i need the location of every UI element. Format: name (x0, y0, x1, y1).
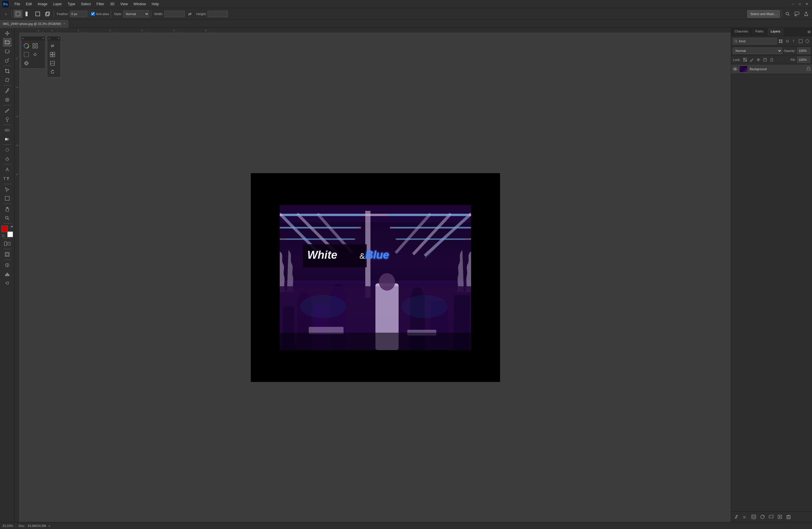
layer-group-button[interactable] (768, 513, 774, 520)
menu-type[interactable]: Type (65, 1, 77, 7)
share-button[interactable] (802, 10, 810, 18)
pen-tool[interactable] (3, 165, 12, 174)
swap-colors-button[interactable]: ⇄ (11, 225, 13, 228)
marquee-tool-options[interactable] (14, 10, 22, 18)
shape-tool[interactable] (3, 194, 12, 203)
color-wheel-btn[interactable] (22, 42, 30, 50)
perspective-crop-tool[interactable] (3, 76, 12, 84)
menu-view[interactable]: View (118, 1, 130, 7)
toolbar-intersect-btn[interactable] (43, 10, 52, 18)
background-layer[interactable]: Background (731, 65, 812, 74)
close-button[interactable]: ✕ (804, 1, 810, 7)
healing-brush-tool[interactable] (3, 96, 12, 104)
filter-shape-icon[interactable] (798, 38, 803, 44)
eraser-tool[interactable] (3, 126, 12, 134)
lock-position-icon[interactable] (755, 57, 761, 63)
menu-3d[interactable]: 3D (107, 1, 117, 7)
maximize-button[interactable]: □ (797, 1, 803, 7)
fill-input[interactable] (797, 57, 810, 63)
compass-button[interactable] (3, 261, 12, 269)
panel-menu-button[interactable] (806, 28, 812, 36)
swap-dimensions-button[interactable]: ⇄ (186, 10, 194, 18)
quick-mask-button[interactable] (3, 239, 12, 248)
screen-mode-button[interactable] (3, 250, 12, 259)
blend-mode-select[interactable]: Normal Dissolve Multiply Screen Overlay (733, 47, 782, 54)
float-grid2-btn[interactable] (48, 51, 57, 59)
histogram-button[interactable] (3, 270, 12, 278)
filter-smart-icon[interactable] (804, 38, 810, 44)
channels-tab[interactable]: Channels (731, 28, 752, 36)
type-tool[interactable]: T T (3, 174, 12, 183)
menu-filter[interactable]: Filter (94, 1, 107, 7)
feather-input[interactable] (70, 11, 87, 17)
layer-adjustment-button[interactable] (759, 513, 766, 520)
canvas-area[interactable]: White & Blue (20, 33, 731, 522)
layer-visibility-button[interactable] (733, 67, 738, 71)
default-colors-button[interactable]: ⬛ (1, 234, 5, 237)
menu-file[interactable]: File (12, 1, 22, 7)
filter-adjustment-icon[interactable] (784, 38, 790, 44)
foreground-color-swatch[interactable] (1, 226, 8, 232)
float-panel-2-header[interactable]: « × (47, 36, 61, 41)
selection-options-btn[interactable] (22, 51, 30, 59)
layer-effects-button[interactable]: fx (742, 513, 749, 520)
search-button[interactable] (784, 10, 792, 18)
dodge-tool[interactable] (3, 155, 12, 163)
float-panel-1-close[interactable]: × (42, 37, 44, 40)
tab-close-button[interactable]: × (63, 22, 66, 26)
lock-transparent-icon[interactable] (742, 57, 748, 63)
quick-select-tool[interactable] (3, 56, 12, 65)
layer-thumbnail[interactable] (739, 66, 748, 72)
delete-layer-button[interactable] (785, 513, 792, 520)
menu-select[interactable]: Select (78, 1, 93, 7)
layers-search-input[interactable] (739, 40, 775, 43)
anti-alias-label[interactable]: Anti-alias (91, 12, 109, 16)
float-rotate-btn[interactable] (48, 68, 57, 76)
rectangular-marquee-tool[interactable] (3, 38, 12, 47)
transform-options-btn[interactable] (31, 51, 39, 59)
clone-stamp-tool[interactable] (3, 115, 12, 124)
menu-window[interactable]: Window (131, 1, 148, 7)
width-input[interactable] (164, 11, 185, 17)
path-selection-tool[interactable] (3, 185, 12, 194)
brush-tool[interactable] (3, 106, 12, 115)
menu-help[interactable]: Help (149, 1, 161, 7)
layer-mask-button[interactable] (750, 513, 757, 520)
canvas-container[interactable]: -1 0 1 2 3 4 5 0 1 (14, 28, 731, 522)
float-panel-1-header[interactable]: « × (21, 36, 45, 41)
crop-tool[interactable] (3, 67, 12, 75)
extra-tool[interactable] (3, 279, 12, 287)
new-layer-button[interactable] (776, 513, 783, 520)
filter-type-icon[interactable]: T (791, 38, 797, 44)
workspace-button[interactable] (793, 10, 801, 18)
lock-artboard-icon[interactable] (762, 57, 768, 63)
target-btn[interactable] (22, 59, 30, 67)
grid-btn[interactable] (31, 42, 39, 50)
float-panel-2-close[interactable]: × (58, 37, 59, 40)
toolbar-shape-btn[interactable] (24, 10, 32, 18)
anti-alias-checkbox[interactable] (91, 12, 95, 16)
document-tab[interactable]: IMG_2949~photo.jpg @ 33,3% (RGB/8#) × (0, 20, 69, 28)
menu-image[interactable]: Image (35, 1, 49, 7)
paths-tab[interactable]: Paths (752, 28, 767, 36)
hand-tool[interactable] (3, 205, 12, 213)
zoom-tool[interactable] (3, 214, 12, 223)
float-panel-1-collapse[interactable]: « (22, 37, 24, 40)
menu-edit[interactable]: Edit (24, 1, 34, 7)
select-and-mask-button[interactable]: Select and Mask... (748, 10, 780, 18)
opacity-input[interactable] (797, 47, 810, 54)
float-mask2-btn[interactable] (48, 59, 57, 67)
float-panel-2-collapse[interactable]: « (48, 37, 50, 40)
home-button[interactable]: ⌂ (2, 10, 10, 18)
filter-pixel-icon[interactable] (778, 38, 784, 44)
background-color-swatch[interactable] (7, 231, 13, 237)
toolbar-bg-btn[interactable] (33, 10, 42, 18)
lock-all-icon[interactable] (769, 57, 774, 63)
gradient-tool[interactable] (3, 135, 12, 144)
lock-pixels-icon[interactable] (749, 57, 755, 63)
layers-tab[interactable]: Layers (767, 28, 784, 36)
style-select[interactable]: Normal Fixed Ratio Fixed Size (123, 11, 149, 17)
move-tool[interactable] (3, 29, 12, 38)
float-swap-btn[interactable] (48, 42, 57, 50)
eyedropper-tool[interactable] (3, 86, 12, 95)
